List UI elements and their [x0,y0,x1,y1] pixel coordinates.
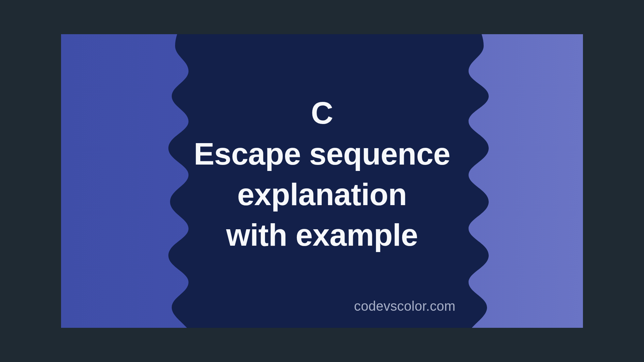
text-layer: C Escape sequence explanation with examp… [61,34,583,328]
banner-canvas: C Escape sequence explanation with examp… [61,34,583,328]
banner-subtitle-line1: Escape sequence [194,134,450,174]
watermark-text: codevscolor.com [354,299,455,314]
banner-subtitle-line3: with example [226,215,418,255]
banner-subtitle-line2: explanation [237,174,407,215]
banner-title: C [311,93,333,133]
